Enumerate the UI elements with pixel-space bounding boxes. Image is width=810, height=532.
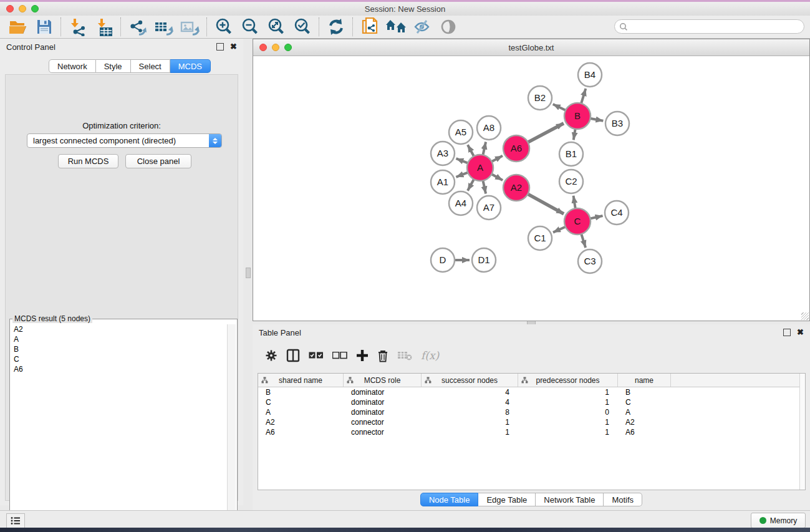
graph-node-A7[interactable]: A7 (477, 196, 501, 220)
table-row[interactable]: Cdominator41C (258, 397, 805, 407)
zoom-fit-button[interactable] (263, 17, 289, 37)
graph-node-C3[interactable]: C3 (578, 249, 602, 273)
graph-node-C4[interactable]: C4 (605, 201, 629, 225)
delete-column-button[interactable] (377, 349, 388, 362)
tab-network[interactable]: Network (49, 59, 96, 73)
edge-B-B3[interactable] (590, 118, 604, 121)
apply-layout-button[interactable] (323, 17, 349, 37)
network-window-titlebar[interactable]: testGlobe.txt (253, 39, 809, 56)
import-table-button[interactable] (91, 17, 117, 37)
window-resize-grip[interactable] (801, 312, 809, 320)
graph-node-B4[interactable]: B4 (578, 63, 602, 87)
tab-motifs[interactable]: Motifs (604, 493, 642, 506)
task-history-button[interactable] (6, 513, 25, 528)
mcds-result-scrollbar[interactable] (227, 324, 236, 526)
edge-C-C2[interactable] (574, 196, 576, 210)
run-mcds-button[interactable]: Run MCDS (58, 154, 118, 168)
column-header-name[interactable]: name (618, 374, 671, 387)
edge-A-A5[interactable] (468, 145, 474, 157)
criterion-dropdown[interactable]: largest connected component (directed) (27, 133, 222, 148)
tab-node-table[interactable]: Node Table (420, 493, 479, 506)
table-cell[interactable]: 4 (422, 398, 518, 407)
tab-network-table[interactable]: Network Table (536, 493, 604, 506)
edge-A-A6[interactable] (491, 156, 503, 162)
table-cell[interactable]: 0 (518, 408, 618, 417)
node-table-scrollbar[interactable] (799, 374, 805, 490)
table-row[interactable]: Bdominator41B (258, 387, 805, 397)
graph-node-A2[interactable]: A2 (503, 175, 529, 201)
export-table-button[interactable] (151, 17, 177, 37)
table-cell[interactable]: B (258, 388, 344, 397)
edge-B-B1[interactable] (574, 128, 576, 140)
table-cell[interactable]: 1 (518, 428, 618, 437)
table-cell[interactable]: 4 (422, 388, 518, 397)
edge-B-B2[interactable] (553, 104, 566, 110)
zoom-in-button[interactable] (211, 17, 237, 37)
column-header-predecessor-nodes[interactable]: predecessor nodes (518, 374, 618, 387)
import-network-button[interactable] (65, 17, 91, 37)
node-table[interactable]: shared nameMCDS rolesuccessor nodesprede… (258, 373, 806, 490)
graph-node-C2[interactable]: C2 (559, 170, 583, 193)
create-column-button[interactable] (356, 349, 369, 362)
close-panel-button[interactable]: Close panel (125, 154, 191, 168)
edge-A-A3[interactable] (456, 158, 468, 163)
edge-A-A1[interactable] (456, 172, 468, 177)
network-graph-canvas[interactable]: B4B2BB3A8A5A6A3B1AC2A1A2A4A7C4CC1C3DD1 (253, 56, 809, 321)
save-session-button[interactable] (31, 17, 57, 37)
graph-node-D[interactable]: D (431, 248, 455, 272)
graph-node-A4[interactable]: A4 (449, 191, 473, 215)
zoom-selected-button[interactable] (289, 17, 316, 37)
graph-node-B1[interactable]: B1 (559, 142, 583, 166)
close-table-panel-icon[interactable]: ✖ (797, 329, 804, 336)
graph-node-C[interactable]: C (564, 208, 591, 235)
edge-C-C3[interactable] (581, 233, 586, 248)
table-cell[interactable]: A (618, 408, 671, 417)
table-cell[interactable]: A2 (618, 418, 671, 427)
column-header-MCDS-role[interactable]: MCDS role (344, 374, 422, 387)
edge-C-C1[interactable] (553, 226, 566, 232)
edge-A6-B[interactable] (528, 123, 564, 143)
select-all-columns-button[interactable] (309, 352, 324, 359)
table-cell[interactable]: connector (344, 418, 422, 427)
edge-A-A2[interactable] (491, 174, 503, 180)
welcome-screen-button[interactable] (383, 17, 409, 37)
zoom-out-button[interactable] (237, 17, 263, 37)
table-row[interactable]: Adominator80A (258, 407, 805, 417)
table-cell[interactable]: 1 (518, 388, 618, 397)
table-cell[interactable]: B (618, 388, 671, 397)
table-cell[interactable]: dominator (344, 388, 422, 397)
edge-A-A8[interactable] (483, 142, 486, 155)
graph-node-C1[interactable]: C1 (528, 226, 552, 250)
float-table-panel-icon[interactable] (783, 329, 791, 336)
table-cell[interactable]: C (258, 398, 344, 407)
graph-node-B[interactable]: B (564, 103, 591, 129)
export-network-button[interactable] (125, 17, 151, 37)
memory-button[interactable]: Memory (751, 513, 806, 528)
hide-graphics-details-button[interactable] (409, 17, 435, 37)
unselect-all-columns-button[interactable] (332, 352, 347, 359)
graph-node-A[interactable]: A (467, 155, 493, 181)
edge-A-A4[interactable] (468, 179, 474, 191)
table-cell[interactable]: C (618, 398, 671, 407)
clone-network-button[interactable] (357, 17, 383, 37)
edge-A-A7[interactable] (483, 180, 486, 194)
tab-mcds[interactable]: MCDS (170, 59, 211, 73)
table-cell[interactable]: dominator (344, 408, 422, 417)
column-header-successor-nodes[interactable]: successor nodes (422, 374, 518, 387)
graph-node-B2[interactable]: B2 (528, 86, 552, 110)
mcds-result-item[interactable]: A2 (14, 324, 227, 334)
graph-node-A8[interactable]: A8 (477, 116, 501, 140)
tab-select[interactable]: Select (131, 59, 170, 73)
table-cell[interactable]: dominator (344, 398, 422, 407)
tab-edge-table[interactable]: Edge Table (478, 493, 536, 506)
graph-node-A3[interactable]: A3 (431, 142, 455, 165)
table-cell[interactable]: 1 (518, 418, 618, 427)
graph-node-A5[interactable]: A5 (449, 120, 473, 144)
table-cell[interactable]: A6 (618, 428, 671, 437)
mcds-result-item[interactable]: C (14, 354, 227, 364)
mcds-result-item[interactable]: A (14, 334, 227, 344)
open-session-button[interactable] (5, 17, 31, 37)
table-row[interactable]: A2connector11A2 (258, 417, 805, 427)
edge-C-C4[interactable] (590, 216, 603, 219)
table-cell[interactable]: connector (344, 428, 422, 437)
